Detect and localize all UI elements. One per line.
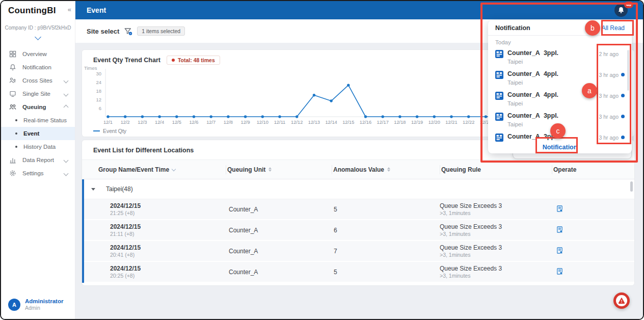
single-site-icon <box>9 90 16 97</box>
col-group-name[interactable]: Group Name/Event Time <box>97 165 226 174</box>
user-role: Admin <box>25 305 63 312</box>
unread-dot-icon <box>621 94 625 97</box>
table-scrollbar[interactable] <box>630 181 633 192</box>
view-detail-icon[interactable] <box>556 247 564 254</box>
report-icon <box>9 156 16 164</box>
svg-text:6: 6 <box>99 105 101 111</box>
svg-text:30: 30 <box>96 71 101 76</box>
svg-text:12/8: 12/8 <box>224 120 233 125</box>
sidebar-item-realtime-status[interactable]: Real-time Status <box>1 114 75 127</box>
total-events-badge: Total: 48 times <box>167 56 220 65</box>
unread-dot-icon <box>621 136 625 139</box>
svg-text:12/1: 12/1 <box>103 120 113 125</box>
notification-item[interactable]: Counter_A3ppl. Taipei 3 hr ago <box>488 110 632 130</box>
unread-dot-icon <box>621 73 625 76</box>
chart-title: Event Qty Trend Chart <box>93 57 160 64</box>
bullet-icon <box>15 146 17 148</box>
timestamp: 3 hr ago <box>599 93 619 99</box>
notification-count-badge: 48 <box>624 2 633 8</box>
notification-item[interactable]: Counter_A4ppl. Taipei 3 hr ago <box>488 68 632 89</box>
sidebar-item-history-data[interactable]: History Data <box>1 140 75 153</box>
counter-device-icon <box>495 134 503 142</box>
gear-icon <box>9 170 16 177</box>
sidebar-menu: Overview Notification Cross Sites Single… <box>1 47 75 180</box>
cross-sites-icon <box>9 77 16 84</box>
svg-text:12/6: 12/6 <box>189 120 198 125</box>
table-row[interactable]: 2024/12/1520:25 (+8) Counter_A 5 Queue S… <box>82 262 634 283</box>
chevron-down-icon <box>64 91 69 96</box>
sidebar-item-queuing[interactable]: Queuing <box>1 100 75 114</box>
bell-icon <box>9 64 16 71</box>
site-select-label: Site select <box>87 28 119 35</box>
svg-text:12/20: 12/20 <box>428 120 440 125</box>
svg-text:12/5: 12/5 <box>172 120 181 125</box>
red-dot-icon <box>172 59 175 62</box>
sidebar-collapse-icon[interactable]: « <box>68 6 71 13</box>
sidebar-item-data-report[interactable]: Data Report <box>1 153 75 167</box>
page-title: Event <box>87 1 106 19</box>
svg-text:12/11: 12/11 <box>274 120 286 125</box>
timestamp: 3 hr ago <box>599 135 619 141</box>
sidebar-item-settings[interactable]: Settings <box>1 167 75 180</box>
sort-down-icon <box>172 167 176 171</box>
app-window: CountingBI « Company ID : p9BrV5f2kHxD O… <box>0 0 644 320</box>
notification-bell-button[interactable]: 48 <box>614 4 628 17</box>
location-group: Taipei(48) 2024/12/1521:25 (+8) Counter_… <box>82 179 634 283</box>
sort-both-icon <box>387 167 390 172</box>
col-queuing-unit[interactable]: Queuing Unit <box>226 165 332 174</box>
unread-dot-icon <box>621 115 625 118</box>
user-profile[interactable]: A Administrator Admin <box>8 298 63 312</box>
company-chevron-down-icon[interactable] <box>35 34 41 40</box>
section-label: Today <box>488 36 632 47</box>
grid-icon <box>9 50 16 58</box>
svg-text:12/9: 12/9 <box>241 120 250 125</box>
svg-text:12/3: 12/3 <box>138 120 147 125</box>
col-queuing-rule: Queuing Rule <box>440 165 552 174</box>
counter-device-icon <box>495 50 503 58</box>
counter-device-icon <box>495 71 503 79</box>
all-read-link[interactable]: All Read <box>602 24 625 32</box>
view-detail-icon[interactable] <box>556 226 564 233</box>
sidebar-item-event[interactable]: Event <box>1 127 75 140</box>
sidebar-item-notification[interactable]: Notification <box>1 61 75 74</box>
svg-text:12/17: 12/17 <box>377 120 389 125</box>
bullet-icon <box>15 132 17 135</box>
counter-device-icon <box>495 113 503 121</box>
sidebar-item-overview[interactable]: Overview <box>1 47 75 61</box>
app-logo: CountingBI <box>1 1 75 16</box>
sidebar-item-cross-sites[interactable]: Cross Sites <box>1 74 75 87</box>
notification-item[interactable]: Counter_A3ppl. Taipei 2 hr ago <box>488 47 632 68</box>
panel-scrollbar[interactable] <box>627 50 629 91</box>
chevron-down-icon <box>64 171 69 176</box>
view-detail-icon[interactable] <box>556 268 564 275</box>
table-row[interactable]: 2024/12/1521:25 (+8) Counter_A 5 Queue S… <box>82 199 634 220</box>
notification-item[interactable]: Counter_A3ppl. 3 hr ago <box>488 130 632 142</box>
bell-icon <box>617 6 625 14</box>
counter-device-icon <box>495 92 503 100</box>
svg-text:12/19: 12/19 <box>411 120 423 125</box>
svg-text:12/12: 12/12 <box>291 120 303 125</box>
alert-fab-button[interactable] <box>613 292 630 309</box>
svg-text:12/22: 12/22 <box>463 120 474 125</box>
svg-text:12/10: 12/10 <box>257 120 269 125</box>
timestamp: 2 hr ago <box>599 51 619 57</box>
chevron-down-icon <box>64 78 69 83</box>
sidebar-item-single-site[interactable]: Single Site <box>1 87 75 100</box>
col-anomalous-value[interactable]: Anomalous Value <box>332 165 440 174</box>
sidebar: CountingBI « Company ID : p9BrV5f2kHxD O… <box>1 1 75 319</box>
avatar: A <box>8 299 20 311</box>
svg-text:24: 24 <box>96 79 101 85</box>
items-selected-badge: 1 items selected <box>137 26 185 36</box>
notification-item[interactable]: Counter_A4ppl. Taipei 3 hr ago <box>488 89 632 110</box>
notification-footer-link[interactable]: Notification <box>488 142 632 153</box>
svg-text:12/7: 12/7 <box>206 120 216 125</box>
table-row[interactable]: 2024/12/1520:41 (+8) Counter_A 7 Queue S… <box>82 241 634 262</box>
company-id-label: Company ID : p9BrV5f2kHxD <box>1 25 75 31</box>
group-row-taipei[interactable]: Taipei(48) <box>82 179 634 199</box>
filter-funnel-icon[interactable] <box>124 27 132 36</box>
view-detail-icon[interactable] <box>556 205 564 212</box>
svg-text:12/16: 12/16 <box>360 120 371 125</box>
table-row[interactable]: 2024/12/1521:11 (+8) Counter_A 6 Queue S… <box>82 220 634 241</box>
event-list-card: Event List for Different Locations Group… <box>82 140 635 286</box>
bullet-icon <box>15 119 17 121</box>
